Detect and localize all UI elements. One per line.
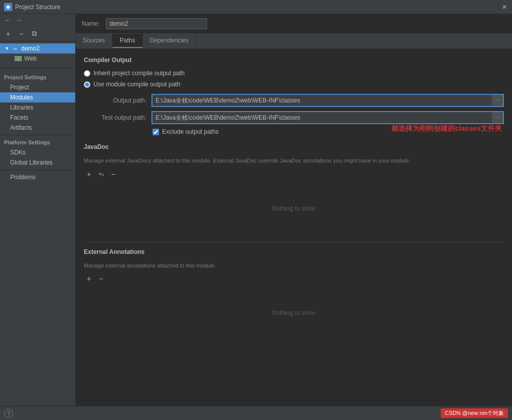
test-output-path-input[interactable] <box>152 112 492 123</box>
sidebar-divider-2 <box>0 135 75 135</box>
sidebar-item-global-libraries[interactable]: Global Libraries <box>0 158 75 168</box>
forward-button[interactable]: → <box>14 16 23 24</box>
bottom-bar: ? CSDN @new nm个对象 <box>0 406 512 420</box>
add-module-button[interactable]: + <box>3 29 13 39</box>
sidebar-item-project[interactable]: Project <box>0 82 75 92</box>
test-output-path-wrapper: ⋯ <box>151 111 504 124</box>
compiler-output-options: Inherit project compile output path Use … <box>84 70 504 88</box>
nav-arrows: ← → <box>0 14 75 26</box>
main-layout: ← → + − ⧉ ▼ m demo2 W Web <box>0 14 512 406</box>
ext-annotations-description: Manage external annotations attached to … <box>84 261 504 270</box>
help-button[interactable]: ? <box>4 409 13 418</box>
title-bar-text: Project Structure <box>15 4 501 11</box>
use-module-radio-label[interactable]: Use module compile output path <box>93 81 180 88</box>
tree-item-demo2[interactable]: ▼ m demo2 <box>0 43 75 54</box>
tab-dependencies[interactable]: Dependencies <box>143 34 196 48</box>
javadoc-description: Manage external JavaDocs attached to thi… <box>84 156 504 165</box>
use-module-radio-row: Use module compile output path <box>84 81 504 88</box>
output-path-row: Output path: ⋯ <box>84 94 504 107</box>
javadoc-section: JavaDoc Manage external JavaDocs attache… <box>84 143 504 234</box>
back-button[interactable]: ← <box>3 16 12 24</box>
sidebar-item-modules[interactable]: Modules <box>0 92 75 102</box>
test-output-path-label: Test output path: <box>84 114 149 121</box>
output-path-label: Output path: <box>84 97 149 104</box>
javadoc-empty: Nothing to show <box>84 183 504 234</box>
sidebar-label-problems: Problems <box>10 174 36 181</box>
tab-sources[interactable]: Sources <box>76 34 113 48</box>
sidebar: ← → + − ⧉ ▼ m demo2 W Web <box>0 14 76 406</box>
inherit-radio[interactable] <box>84 70 90 77</box>
tree-toolbar: + − ⧉ <box>0 26 75 41</box>
sidebar-divider-3 <box>0 170 75 170</box>
app-icon: ◆ <box>4 3 12 11</box>
sidebar-label-global-libraries: Global Libraries <box>10 159 53 166</box>
sidebar-item-sdks[interactable]: SDKs <box>0 147 75 158</box>
ext-annotations-title: External Annotations <box>84 248 504 255</box>
tab-paths[interactable]: Paths <box>113 34 143 48</box>
exclude-checkbox[interactable] <box>152 129 159 135</box>
javadoc-title: JavaDoc <box>84 143 504 150</box>
project-settings-nav: Project Settings Project Modules Librari… <box>0 70 75 406</box>
content-area: Name: Sources Paths Dependencies 都选择为刚刚创… <box>76 14 512 406</box>
external-annotations-section: External Annotations Manage external ann… <box>84 242 504 339</box>
ext-annotations-add-button[interactable]: + <box>84 274 94 284</box>
name-input[interactable] <box>106 18 207 29</box>
platform-settings-label: Platform Settings <box>0 137 75 147</box>
compiler-output-title: Compiler Output <box>84 57 504 64</box>
sidebar-label-project: Project <box>10 84 29 91</box>
paths-tab-content: 都选择为刚刚创建的classes文件夹 Compiler Output Inhe… <box>76 48 512 406</box>
copy-module-button[interactable]: ⧉ <box>29 29 39 39</box>
remove-module-button[interactable]: − <box>16 29 26 39</box>
tree-label-web: Web <box>24 55 36 62</box>
project-settings-label: Project Settings <box>0 72 75 82</box>
tree-toggle-demo2[interactable]: ▼ <box>4 45 10 51</box>
sidebar-label-libraries: Libraries <box>10 104 33 111</box>
test-output-path-row: Test output path: ⋯ <box>84 111 504 124</box>
sidebar-label-facets: Facets <box>10 114 28 121</box>
javadoc-add-button[interactable]: + <box>84 169 94 179</box>
use-module-radio[interactable] <box>84 81 90 88</box>
tree-item-web[interactable]: W Web <box>0 54 75 64</box>
web-icon: W <box>14 55 22 62</box>
csdn-badge: CSDN @new nm个对象 <box>441 408 508 418</box>
sidebar-label-artifacts: Artifacts <box>10 124 32 131</box>
inherit-radio-label[interactable]: Inherit project compile output path <box>93 70 185 77</box>
sidebar-item-problems[interactable]: Problems <box>0 172 75 182</box>
sidebar-divider-1 <box>0 68 75 68</box>
ext-annotations-empty: Nothing to show <box>84 288 504 338</box>
module-tree: ▼ m demo2 W Web <box>0 41 75 66</box>
javadoc-toolbar: + +₀ − <box>84 169 504 179</box>
javadoc-remove-button[interactable]: − <box>108 169 118 179</box>
tabs: Sources Paths Dependencies <box>76 34 512 48</box>
output-path-browse-button[interactable]: ⋯ <box>492 95 503 106</box>
name-label: Name: <box>82 20 102 27</box>
sidebar-label-modules: Modules <box>10 94 33 101</box>
output-path-input[interactable] <box>152 95 492 106</box>
annotation-text: 都选择为刚刚创建的classes文件夹 <box>391 124 502 133</box>
close-button[interactable]: ✕ <box>501 4 508 11</box>
javadoc-add-from-button[interactable]: +₀ <box>96 169 106 179</box>
title-bar-controls: ✕ <box>501 4 508 11</box>
sidebar-label-sdks: SDKs <box>10 149 26 156</box>
inherit-radio-row: Inherit project compile output path <box>84 70 504 77</box>
title-bar: ◆ Project Structure ✕ <box>0 0 512 14</box>
tree-label-demo2: demo2 <box>21 45 40 52</box>
sidebar-item-libraries[interactable]: Libraries <box>0 102 75 113</box>
sidebar-item-artifacts[interactable]: Artifacts <box>0 123 75 133</box>
ext-annotations-toolbar: + − <box>84 274 504 284</box>
ext-annotations-remove-button[interactable]: − <box>96 274 106 284</box>
exclude-checkbox-label[interactable]: Exclude output paths <box>162 128 219 135</box>
test-output-path-browse-button[interactable]: ⋯ <box>492 112 503 123</box>
output-path-wrapper: ⋯ <box>151 94 504 107</box>
name-row: Name: <box>76 14 512 34</box>
sidebar-item-facets[interactable]: Facets <box>0 113 75 123</box>
module-icon: m <box>11 45 19 52</box>
